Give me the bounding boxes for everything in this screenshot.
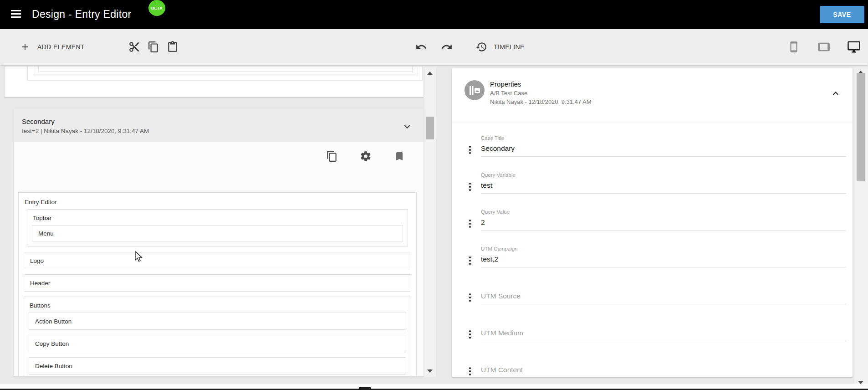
case-title-field: Case Title Secondary (465, 135, 846, 172)
collapse-section-button[interactable] (401, 120, 414, 133)
copy-icon[interactable] (146, 39, 161, 55)
field-underline (481, 304, 846, 304)
field-menu-icon[interactable] (465, 292, 475, 303)
action-button-element[interactable]: Action Button (29, 313, 406, 330)
scroll-up-arrow-icon[interactable] (427, 72, 433, 75)
panel-scrollbar-thumb[interactable] (857, 73, 865, 181)
field-label: UTM Campaign (481, 246, 518, 251)
plus-icon (17, 39, 33, 55)
hamburger-menu-icon[interactable] (11, 10, 21, 18)
bookmark-icon[interactable] (392, 149, 407, 164)
ab-test-avatar (465, 80, 485, 100)
history-clock-icon (474, 39, 489, 55)
scroll-down-arrow-icon[interactable] (427, 369, 433, 373)
case-title-input[interactable]: Secondary (481, 144, 846, 153)
utm-medium-field: UTM Medium (465, 320, 846, 357)
tablet-preview-icon[interactable] (816, 39, 832, 55)
add-element-label: ADD ELEMENT (37, 43, 85, 51)
design-entry-editor-screen: Design - Entry Editor BETA SAVE ADD ELEM… (0, 0, 868, 390)
query-value-input[interactable]: 2 (481, 218, 846, 226)
field-underline (481, 230, 846, 231)
field-underline (481, 267, 846, 267)
field-menu-icon[interactable] (465, 328, 475, 340)
variant-subtitle: test=2 | Nikita Nayak - 12/18/2020, 9:31… (22, 128, 415, 134)
variant-title: Secondary (22, 118, 415, 125)
field-label: Case Title (481, 135, 504, 141)
entry-editor-label: Entry Editor (24, 198, 411, 209)
utm-content-input[interactable]: UTM Content (481, 366, 846, 374)
utm-content-field: UTM Content (465, 357, 846, 377)
canvas-scrollbar-thumb[interactable] (426, 117, 434, 139)
properties-subtitle: A/B Test Case (490, 90, 842, 97)
copy-button-element[interactable]: Copy Button (29, 335, 406, 352)
utm-source-input[interactable]: UTM Source (481, 292, 846, 300)
collapse-panel-button[interactable] (829, 87, 842, 100)
timeline-button[interactable]: TIMELINE (474, 39, 525, 55)
utm-campaign-field: UTM Campaign test,2 (465, 246, 846, 283)
bottom-strip (0, 384, 868, 389)
query-variable-input[interactable]: test (481, 181, 846, 190)
smartphone-preview-icon[interactable] (786, 39, 802, 55)
buttons-group-label: Buttons (29, 301, 406, 313)
nested-box (38, 67, 413, 72)
utm-source-field: UTM Source (465, 283, 846, 320)
properties-fields: Case Title Secondary Query Variable test… (465, 135, 846, 377)
save-button[interactable]: SAVE (820, 6, 864, 23)
topbar-element[interactable]: Topbar Menu (27, 209, 408, 246)
properties-panel: Properties A/B Test Case Nikita Nayak - … (452, 68, 853, 377)
menu-element[interactable]: Menu (32, 225, 403, 241)
entry-editor-element[interactable]: Entry Editor Topbar Menu Logo Header But… (18, 192, 417, 376)
redo-icon[interactable] (439, 39, 454, 55)
field-menu-icon[interactable] (465, 218, 475, 230)
delete-button-element[interactable]: Delete Button (29, 357, 406, 375)
bottom-edge-notch (359, 387, 371, 390)
field-label: Query Variable (481, 172, 516, 178)
header-element[interactable]: Header (24, 274, 411, 292)
timeline-label: TIMELINE (494, 43, 525, 51)
page-title: Design - Entry Editor (32, 8, 132, 21)
field-menu-icon[interactable] (465, 365, 475, 377)
query-variable-field: Query Variable test (465, 172, 846, 209)
undo-icon[interactable] (414, 39, 429, 55)
field-menu-icon[interactable] (465, 181, 475, 193)
canvas-scrollbar[interactable] (424, 67, 436, 377)
buttons-group-element[interactable]: Buttons Action Button Copy Button Delete… (24, 297, 411, 376)
ab-test-icon (470, 86, 480, 95)
variant-card-actions (14, 142, 424, 170)
duplicate-variant-icon[interactable] (324, 149, 340, 164)
properties-meta: Nikita Nayak - 12/18/2020, 9:31:47 AM (490, 98, 842, 105)
add-element-button[interactable]: ADD ELEMENT (17, 39, 85, 55)
field-underline (481, 156, 846, 157)
chevron-down-icon (401, 121, 413, 133)
previous-variant-card[interactable] (5, 67, 424, 97)
field-label: Query Value (481, 209, 510, 215)
field-menu-icon[interactable] (465, 255, 475, 267)
variant-section-header[interactable]: Secondary test=2 | Nikita Nayak - 12/18/… (14, 108, 424, 142)
cut-icon[interactable] (127, 39, 142, 55)
utm-campaign-input[interactable]: test,2 (481, 255, 846, 263)
desktop-preview-icon[interactable] (846, 39, 862, 55)
topbar-label: Topbar (32, 214, 403, 225)
properties-title: Properties (490, 80, 842, 88)
variant-content-card: Entry Editor Topbar Menu Logo Header But… (14, 142, 424, 376)
beta-badge: BETA (148, 0, 165, 16)
field-menu-icon[interactable] (465, 144, 475, 156)
logo-element[interactable]: Logo (24, 252, 411, 269)
panel-scrollbar[interactable] (854, 67, 868, 390)
field-underline (481, 193, 846, 194)
query-value-field: Query Value 2 (465, 209, 846, 246)
app-bar: Design - Entry Editor BETA SAVE (0, 0, 868, 29)
main-area: Secondary test=2 | Nikita Nayak - 12/18/… (0, 65, 868, 390)
field-underline (481, 341, 846, 341)
settings-gear-icon[interactable] (358, 149, 373, 164)
chevron-up-icon (830, 88, 841, 99)
editor-toolbar: ADD ELEMENT TIME (0, 29, 868, 65)
utm-medium-input[interactable]: UTM Medium (481, 329, 846, 337)
properties-panel-header: Properties A/B Test Case Nikita Nayak - … (452, 68, 853, 123)
paste-icon[interactable] (165, 39, 180, 55)
secondary-variant-section: Secondary test=2 | Nikita Nayak - 12/18/… (14, 108, 424, 376)
